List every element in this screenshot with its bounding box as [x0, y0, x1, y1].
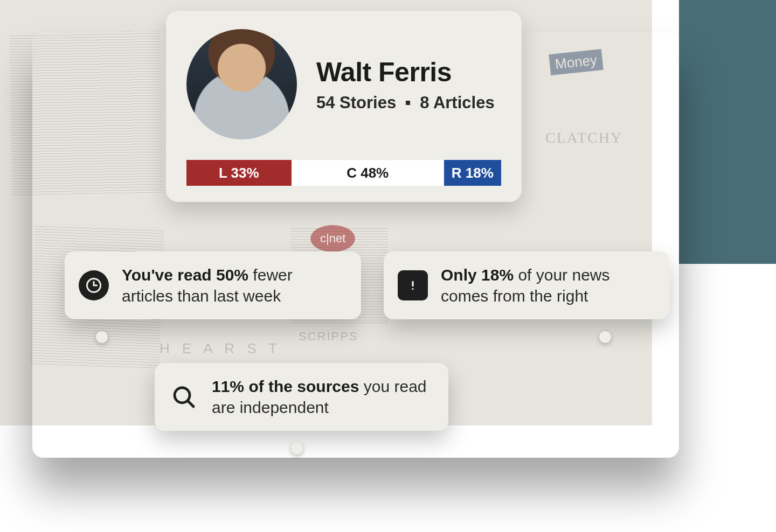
callout-independent-sources: 11% of the sources you read are independ…: [155, 363, 448, 431]
callout-independent-sources-bold: 11% of the sources: [212, 377, 359, 395]
callout-pin-icon: [291, 443, 303, 454]
profile-card: Walt Ferris 54 Stories 8 Articles L 33% …: [166, 11, 522, 202]
clock-icon: [79, 270, 109, 300]
side-accent-strip: [679, 0, 776, 264]
bias-right-label: R 18%: [452, 165, 494, 181]
svg-rect-2: [412, 288, 413, 290]
callout-pin-icon: [599, 331, 611, 343]
bias-seg-left: L 33%: [186, 160, 292, 186]
bg-logo-clatchy: CLATCHY: [545, 129, 622, 146]
callout-fewer-articles-text: You've read 50% fewer articles than last…: [122, 264, 344, 306]
bias-center-label: C 48%: [347, 165, 389, 181]
profile-stats: 54 Stories 8 Articles: [316, 93, 495, 113]
magnify-icon: [169, 382, 199, 412]
articles-count: 8 Articles: [420, 93, 494, 113]
bg-logo-hearst: H E A R S T: [160, 340, 281, 357]
callout-fewer-articles-bold: You've read 50%: [122, 266, 248, 284]
callout-independent-sources-text: 11% of the sources you read are independ…: [212, 376, 431, 418]
callout-right-share-bold: Only 18%: [441, 266, 514, 284]
bias-seg-center: C 48%: [292, 160, 444, 186]
svg-rect-1: [412, 281, 413, 287]
bias-left-label: L 33%: [219, 165, 259, 181]
bias-distribution-bar: L 33% C 48% R 18%: [186, 160, 501, 186]
bg-logo-cnet: c|net: [310, 225, 355, 252]
stories-count: 54 Stories: [316, 93, 396, 113]
callout-right-share: Only 18% of your news comes from the rig…: [384, 251, 669, 319]
callout-pin-icon: [96, 331, 108, 343]
alert-icon: [398, 270, 428, 300]
bias-seg-right: R 18%: [444, 160, 501, 186]
callout-right-share-text: Only 18% of your news comes from the rig…: [441, 264, 652, 306]
avatar: [186, 29, 297, 139]
callout-fewer-articles: You've read 50% fewer articles than last…: [65, 251, 361, 319]
bg-logo-money: Money: [549, 49, 604, 75]
bg-logo-scripps: SCRIPPS: [299, 330, 358, 344]
separator-dot-icon: [406, 101, 410, 105]
profile-name: Walt Ferris: [316, 57, 495, 88]
